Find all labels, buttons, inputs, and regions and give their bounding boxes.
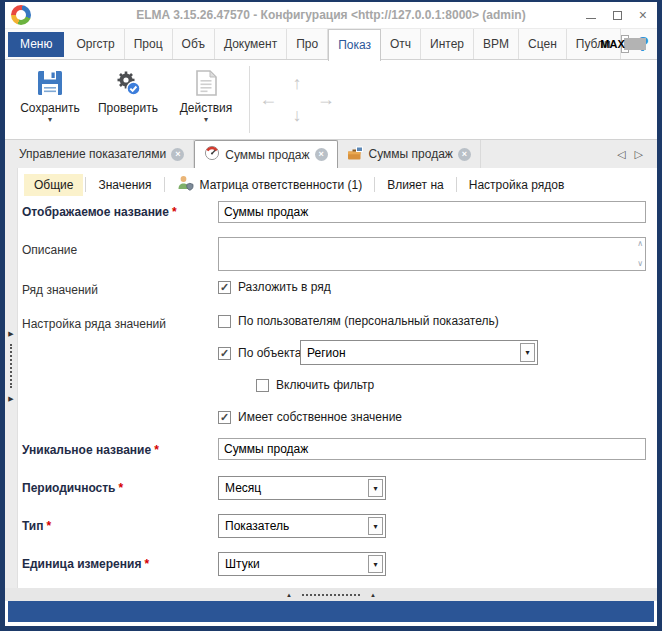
periodicity-select[interactable]: Месяц ▾ xyxy=(218,476,386,500)
description-field: ∧ ∨ xyxy=(218,237,646,271)
check-button[interactable]: Проверить xyxy=(89,60,167,139)
subtab-separator xyxy=(164,177,165,192)
maximize-button[interactable] xyxy=(613,11,622,20)
doc-tab-indicator-management[interactable]: Управление показателями × xyxy=(10,140,194,168)
subtab-separator xyxy=(85,177,86,192)
doc-tab-sales-sums-active[interactable]: Суммы продаж × xyxy=(194,140,337,168)
own-value-checkbox[interactable]: ✓ xyxy=(218,411,231,424)
by-users-checkbox-row[interactable]: По пользователям (персональный показател… xyxy=(218,314,499,328)
bottom-splitter[interactable]: ▲ ▲ xyxy=(5,588,657,601)
by-objects-checkbox[interactable]: ✓ xyxy=(218,347,231,360)
document-tab-strip: Управление показателями × Суммы продаж × xyxy=(5,140,657,168)
check-label: Проверить xyxy=(98,101,158,115)
periodicity-label: Периодичность* xyxy=(22,481,123,495)
tab-close-icon[interactable]: × xyxy=(171,148,184,161)
move-arrows-group: ← ↑ ↓ → xyxy=(254,60,340,139)
collapse-right-icon[interactable]: ▶ xyxy=(8,330,13,337)
decompose-checkbox-row[interactable]: ✓ Разложить в ряд xyxy=(218,280,331,294)
unique-name-input[interactable] xyxy=(218,438,646,460)
type-select[interactable]: Показатель ▾ xyxy=(218,514,386,538)
own-value-checkbox-row[interactable]: ✓ Имеет собственное значение xyxy=(218,410,402,424)
bottom-splitter-grip[interactable]: ▲ ▲ xyxy=(286,592,376,598)
left-splitter-grip[interactable]: ▶ ▶ xyxy=(5,330,17,402)
save-button[interactable]: Сохранить ▾ xyxy=(11,60,89,139)
max-toggle[interactable]: MAX xyxy=(621,35,629,53)
ribbon-tab-scen[interactable]: Сцен xyxy=(519,29,567,59)
tab-close-icon[interactable]: × xyxy=(458,148,471,161)
enable-filter-checkbox[interactable] xyxy=(256,379,269,392)
person-shield-icon xyxy=(177,175,194,194)
move-down-icon[interactable]: ↓ xyxy=(292,105,301,126)
scroll-down-icon[interactable]: ∨ xyxy=(637,260,643,268)
combo-arrow-button[interactable]: ▾ xyxy=(368,555,383,573)
ribbon-tab-orgstr[interactable]: Оргстр xyxy=(67,29,124,59)
by-objects-checkbox-row[interactable]: ✓ По объектам xyxy=(218,346,310,360)
ribbon-tab-otch[interactable]: Отч xyxy=(381,29,421,59)
tab-values[interactable]: Значения xyxy=(88,174,161,196)
doc-tab-label: Суммы продаж xyxy=(225,148,309,162)
save-label: Сохранить xyxy=(20,101,80,115)
tab-general[interactable]: Общие xyxy=(24,174,83,196)
move-left-icon[interactable]: ← xyxy=(259,89,277,110)
subtab-separator xyxy=(374,177,375,192)
collapse-up-icon[interactable]: ▲ xyxy=(286,592,292,598)
type-value: Показатель xyxy=(219,519,289,533)
tab-label: Матрица ответственности (1) xyxy=(200,178,363,192)
left-splitter[interactable]: ▶ ▶ xyxy=(5,168,18,588)
ribbon-tab-document[interactable]: Документ xyxy=(215,29,287,59)
tab-influences[interactable]: Влияет на xyxy=(377,174,454,196)
doc-tab-sales-sums[interactable]: Суммы продаж × xyxy=(338,140,481,168)
tab-series-settings[interactable]: Настройка рядов xyxy=(459,174,575,196)
move-right-icon[interactable]: → xyxy=(317,89,335,110)
combo-arrow-icon: ▾ xyxy=(373,560,377,569)
required-asterisk: * xyxy=(119,481,124,495)
minimize-button[interactable] xyxy=(586,18,596,19)
unit-select[interactable]: Штуки ▾ xyxy=(218,552,386,576)
close-button[interactable]: × xyxy=(639,8,647,22)
by-users-checkbox[interactable] xyxy=(218,315,231,328)
object-type-select[interactable]: Регион ▾ xyxy=(300,340,538,365)
tab-responsibility-matrix[interactable]: Матрица ответственности (1) xyxy=(167,171,373,198)
collapse-up-icon[interactable]: ▲ xyxy=(370,592,376,598)
combo-arrow-button[interactable]: ▾ xyxy=(520,343,535,362)
by-users-checkbox-label: По пользователям (персональный показател… xyxy=(238,314,499,328)
ribbon-tab-obj[interactable]: Объ xyxy=(173,29,215,59)
window-title: ELMA 3.15.26.47570 - Конфигурация <http:… xyxy=(5,8,657,22)
ribbon-tab-pokaz[interactable]: Показ xyxy=(328,29,381,61)
tab-scroll-next-icon[interactable]: ▷ xyxy=(635,148,643,161)
actions-dropdown-icon[interactable]: ▾ xyxy=(204,117,208,123)
move-up-icon[interactable]: ↑ xyxy=(292,73,301,94)
combo-arrow-button[interactable]: ▾ xyxy=(368,517,383,535)
splitter-dots xyxy=(302,594,360,596)
description-input[interactable] xyxy=(219,238,645,270)
ribbon-tab-proc[interactable]: Проц xyxy=(125,29,173,59)
save-dropdown-icon[interactable]: ▾ xyxy=(48,117,52,123)
ribbon-tab-menu[interactable]: Меню xyxy=(8,32,64,57)
ribbon-tab-inter[interactable]: Интер xyxy=(421,29,474,59)
tab-close-icon[interactable]: × xyxy=(315,148,328,161)
required-asterisk: * xyxy=(172,205,177,219)
ribbon-tab-pro[interactable]: Про xyxy=(287,29,328,59)
required-asterisk: * xyxy=(47,519,52,533)
combo-arrow-icon: ▾ xyxy=(373,522,377,531)
scroll-up-icon[interactable]: ∧ xyxy=(637,240,643,248)
status-bar xyxy=(8,601,654,622)
unit-label: Единица измерения* xyxy=(22,557,149,571)
collapse-right-icon[interactable]: ▶ xyxy=(8,395,13,402)
decompose-checkbox-label: Разложить в ряд xyxy=(238,280,331,294)
subtab-separator xyxy=(456,177,457,192)
combo-arrow-button[interactable]: ▾ xyxy=(368,479,383,497)
ribbon-tab-strip: Меню Оргстр Проц Объ Документ Про Показ … xyxy=(5,28,657,59)
doc-tab-label: Управление показателями xyxy=(19,147,166,161)
checkmark-icon: ✓ xyxy=(220,348,229,359)
display-name-input[interactable] xyxy=(218,201,646,223)
actions-label: Действия xyxy=(180,101,233,115)
periodicity-value: Месяц xyxy=(219,481,261,495)
decompose-checkbox[interactable]: ✓ xyxy=(218,281,231,294)
title-bar: ELMA 3.15.26.47570 - Конфигурация <http:… xyxy=(5,2,657,28)
enable-filter-checkbox-row[interactable]: Включить фильтр xyxy=(256,378,374,392)
by-objects-checkbox-label: По объектам xyxy=(238,346,310,360)
actions-button[interactable]: Действия ▾ xyxy=(167,60,245,139)
tab-scroll-prev-icon[interactable]: ◁ xyxy=(617,148,625,161)
ribbon-tab-bpm[interactable]: BPM xyxy=(474,29,519,59)
